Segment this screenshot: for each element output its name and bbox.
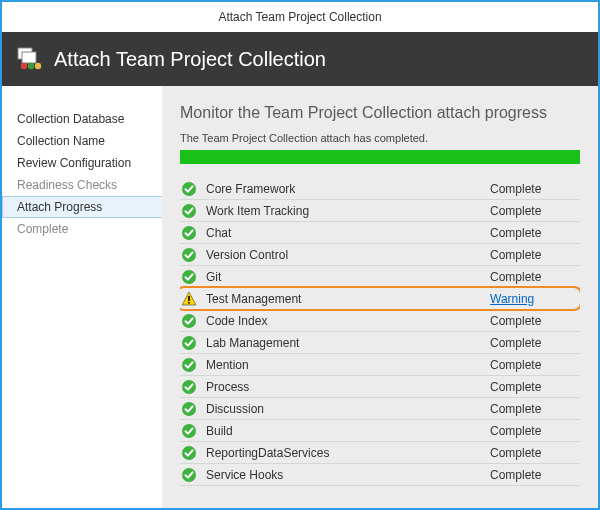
progress-row: DiscussionComplete <box>180 398 580 420</box>
progress-row: MentionComplete <box>180 354 580 376</box>
progress-row-label: Chat <box>206 226 490 240</box>
success-icon <box>180 312 198 330</box>
progress-row-label: Mention <box>206 358 490 372</box>
warning-icon <box>180 290 198 308</box>
progress-row: Code IndexComplete <box>180 310 580 332</box>
progress-row-status: Complete <box>490 270 580 284</box>
progress-row: Version ControlComplete <box>180 244 580 266</box>
progress-bar <box>180 150 580 164</box>
sidebar-item-label: Collection Database <box>17 112 124 126</box>
progress-row-status: Complete <box>490 380 580 394</box>
progress-row-label: Service Hooks <box>206 468 490 482</box>
progress-row-status-link[interactable]: Warning <box>490 292 580 306</box>
progress-row: Service HooksComplete <box>180 464 580 486</box>
wizard-sidebar: Collection DatabaseCollection NameReview… <box>2 86 162 508</box>
svg-rect-11 <box>188 302 190 304</box>
sidebar-item-label: Collection Name <box>17 134 105 148</box>
sidebar-item: Readiness Checks <box>2 174 162 196</box>
sidebar-item-label: Review Configuration <box>17 156 131 170</box>
success-icon <box>180 378 198 396</box>
progress-row-status: Complete <box>490 226 580 240</box>
dialog-body: Collection DatabaseCollection NameReview… <box>2 86 598 508</box>
sidebar-item[interactable]: Review Configuration <box>2 152 162 174</box>
banner: Attach Team Project Collection <box>2 32 598 86</box>
success-icon <box>180 444 198 462</box>
sidebar-item-label: Complete <box>17 222 68 236</box>
progress-row-status: Complete <box>490 182 580 196</box>
success-icon <box>180 400 198 418</box>
banner-title: Attach Team Project Collection <box>54 48 326 71</box>
sidebar-item[interactable]: Collection Database <box>2 108 162 130</box>
main-panel: Monitor the Team Project Collection atta… <box>162 86 598 508</box>
main-heading: Monitor the Team Project Collection atta… <box>180 104 580 122</box>
sidebar-item-label: Readiness Checks <box>17 178 117 192</box>
progress-row: ReportingDataServicesComplete <box>180 442 580 464</box>
window-title: Attach Team Project Collection <box>2 2 598 32</box>
progress-row-status: Complete <box>490 358 580 372</box>
progress-row-status: Complete <box>490 468 580 482</box>
progress-row-status: Complete <box>490 336 580 350</box>
progress-row: BuildComplete <box>180 420 580 442</box>
progress-row: Work Item TrackingComplete <box>180 200 580 222</box>
project-collection-icon <box>16 44 44 75</box>
status-text: The Team Project Collection attach has c… <box>180 132 580 144</box>
sidebar-item: Complete <box>2 218 162 240</box>
svg-rect-10 <box>188 296 190 301</box>
progress-row: GitComplete <box>180 266 580 288</box>
progress-row-label: Git <box>206 270 490 284</box>
progress-row-status: Complete <box>490 446 580 460</box>
success-icon <box>180 334 198 352</box>
success-icon <box>180 246 198 264</box>
progress-row-status: Complete <box>490 424 580 438</box>
progress-row: ChatComplete <box>180 222 580 244</box>
progress-row-label: Code Index <box>206 314 490 328</box>
progress-row-label: Work Item Tracking <box>206 204 490 218</box>
svg-point-3 <box>28 62 34 68</box>
progress-row-label: Test Management <box>206 292 490 306</box>
progress-row: Lab ManagementComplete <box>180 332 580 354</box>
progress-row-status: Complete <box>490 402 580 416</box>
sidebar-item[interactable]: Attach Progress <box>2 196 162 218</box>
progress-list[interactable]: Core FrameworkCompleteWork Item Tracking… <box>180 178 580 508</box>
success-icon <box>180 224 198 242</box>
progress-row: ProcessComplete <box>180 376 580 398</box>
progress-row-label: Core Framework <box>206 182 490 196</box>
success-icon <box>180 356 198 374</box>
sidebar-item-label: Attach Progress <box>17 200 102 214</box>
success-icon <box>180 422 198 440</box>
success-icon <box>180 466 198 484</box>
progress-row: Core FrameworkComplete <box>180 178 580 200</box>
progress-row-status: Complete <box>490 314 580 328</box>
success-icon <box>180 180 198 198</box>
success-icon <box>180 202 198 220</box>
sidebar-item[interactable]: Collection Name <box>2 130 162 152</box>
svg-point-2 <box>21 62 27 68</box>
progress-row-label: Process <box>206 380 490 394</box>
svg-rect-1 <box>22 52 36 63</box>
progress-row-label: Build <box>206 424 490 438</box>
progress-row-status: Complete <box>490 204 580 218</box>
progress-row-label: Discussion <box>206 402 490 416</box>
progress-row-label: Version Control <box>206 248 490 262</box>
svg-point-4 <box>35 62 41 68</box>
progress-row-label: ReportingDataServices <box>206 446 490 460</box>
progress-row-label: Lab Management <box>206 336 490 350</box>
success-icon <box>180 268 198 286</box>
progress-row: Test ManagementWarning <box>180 288 580 310</box>
progress-row-status: Complete <box>490 248 580 262</box>
dialog-window: Attach Team Project Collection Attach Te… <box>0 0 600 510</box>
